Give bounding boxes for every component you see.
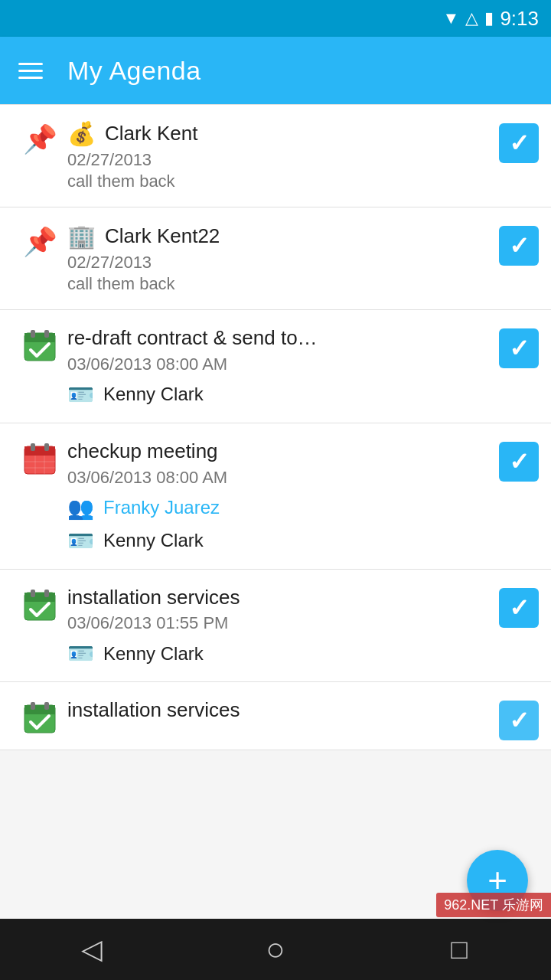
item-content: 💰 Clark Kent 02/27/2013 call them back <box>67 120 490 191</box>
svg-rect-18 <box>44 590 49 597</box>
item-contact-row: 🪪 Kenny Clark <box>67 382 478 407</box>
checkbox-button[interactable]: ✓ <box>499 442 539 482</box>
item-contact-row: 👥 Franky Juarez <box>67 495 478 521</box>
checkmark-icon: ✓ <box>509 131 530 155</box>
list-item[interactable]: 📌 🏢 Clark Kent22 02/27/2013 call them ba… <box>0 207 551 310</box>
item-title: re-draft contract & send to… <box>67 325 478 351</box>
item-title: Clark Kent22 <box>105 224 220 250</box>
contact-name: Kenny Clark <box>103 384 204 405</box>
task-icon <box>23 701 57 734</box>
checkmark-icon: ✓ <box>509 234 530 258</box>
item-title-row: 🏢 Clark Kent22 <box>67 223 478 250</box>
checkmark-icon: ✓ <box>509 708 530 733</box>
item-icon-area <box>12 585 67 622</box>
item-icon-area <box>12 439 67 475</box>
list-item[interactable]: 📌 💰 Clark Kent 02/27/2013 call them back… <box>0 105 551 207</box>
list-item[interactable]: installation services 03/06/2013 01:55 P… <box>0 570 551 683</box>
calendar-icon <box>23 442 57 475</box>
contact-name: Kenny Clark <box>103 643 204 665</box>
item-contact-row-2: 🪪 Kenny Clark <box>67 528 478 554</box>
item-title: checkup meeting <box>67 439 478 465</box>
app-bar: My Agenda <box>0 37 551 104</box>
item-content: re-draft contract & send to… 03/06/2013 … <box>67 325 490 407</box>
item-contact-row: 🪪 Kenny Clark <box>67 641 478 666</box>
checkbox-area: ✓ <box>490 439 539 482</box>
item-note: call them back <box>67 274 478 294</box>
list-item[interactable]: installation services ✓ <box>0 682 551 750</box>
svg-rect-17 <box>31 590 35 597</box>
item-date: 03/06/2013 08:00 AM <box>67 354 478 374</box>
status-time: 9:13 <box>500 7 539 31</box>
item-note: call them back <box>67 172 478 191</box>
svg-rect-22 <box>31 702 35 710</box>
contact-card-icon: 🪪 <box>67 382 94 407</box>
watermark: 962.NET 乐游网 <box>436 893 551 917</box>
recent-icon: □ <box>451 933 468 965</box>
checkbox-button[interactable]: ✓ <box>499 328 539 368</box>
checkbox-area: ✓ <box>490 697 539 740</box>
list-item[interactable]: checkup meeting 03/06/2013 08:00 AM 👥 Fr… <box>0 423 551 570</box>
svg-rect-21 <box>24 711 55 714</box>
agenda-list: 📌 💰 Clark Kent 02/27/2013 call them back… <box>0 105 551 750</box>
svg-rect-23 <box>44 702 49 710</box>
contact-name: Kenny Clark <box>103 530 204 551</box>
checkbox-button[interactable]: ✓ <box>499 701 539 740</box>
people-icon: 👥 <box>67 495 94 521</box>
money-bag-icon: 💰 <box>67 120 96 147</box>
item-date: 03/06/2013 01:55 PM <box>67 613 478 633</box>
nav-bar: ◁ ○ □ <box>0 919 551 980</box>
contact-card-icon: 🪪 <box>67 528 94 554</box>
item-title: installation services <box>67 585 478 611</box>
svg-rect-16 <box>24 599 55 602</box>
status-bar: ▼ △ ▮ 9:13 <box>0 0 551 37</box>
item-date: 02/27/2013 <box>67 150 478 170</box>
pin-icon: 📌 <box>23 226 57 258</box>
svg-rect-3 <box>31 330 35 338</box>
wifi-icon: ▼ <box>443 8 460 28</box>
building-icon: 🏢 <box>67 223 96 250</box>
item-icon-area: 📌 <box>12 120 67 155</box>
svg-rect-7 <box>24 452 55 456</box>
checkbox-area: ✓ <box>490 325 539 368</box>
contact-name-link[interactable]: Franky Juarez <box>103 497 220 518</box>
item-title: installation services <box>67 697 478 724</box>
back-icon: ◁ <box>81 933 103 965</box>
task-icon <box>23 328 57 362</box>
item-content: checkup meeting 03/06/2013 08:00 AM 👥 Fr… <box>67 439 490 554</box>
checkmark-icon: ✓ <box>509 449 530 474</box>
item-title: Clark Kent <box>105 121 197 147</box>
item-date: 02/27/2013 <box>67 253 478 273</box>
pin-icon: 📌 <box>23 123 57 155</box>
home-icon: ○ <box>266 931 285 968</box>
svg-rect-9 <box>44 443 49 451</box>
item-content: installation services <box>67 697 490 724</box>
item-content: installation services 03/06/2013 01:55 P… <box>67 585 490 667</box>
battery-icon: ▮ <box>484 8 494 28</box>
svg-rect-2 <box>24 339 55 342</box>
contact-card-icon: 🪪 <box>67 641 94 666</box>
item-icon-area: 📌 <box>12 223 67 258</box>
back-button[interactable]: ◁ <box>61 919 122 980</box>
checkbox-button[interactable]: ✓ <box>499 588 539 628</box>
home-button[interactable]: ○ <box>245 919 306 980</box>
checkmark-icon: ✓ <box>509 336 530 361</box>
task-icon <box>23 588 57 622</box>
item-icon-area <box>12 697 67 734</box>
checkbox-area: ✓ <box>490 585 539 628</box>
status-icons: ▼ △ ▮ 9:13 <box>443 7 539 31</box>
checkbox-button[interactable]: ✓ <box>499 226 539 266</box>
recent-button[interactable]: □ <box>429 919 490 980</box>
checkmark-icon: ✓ <box>509 596 530 620</box>
app-title: My Agenda <box>67 56 201 86</box>
checkbox-area: ✓ <box>490 120 539 163</box>
list-item[interactable]: re-draft contract & send to… 03/06/2013 … <box>0 310 551 423</box>
checkbox-button[interactable]: ✓ <box>499 123 539 163</box>
menu-button[interactable] <box>18 63 43 79</box>
item-icon-area <box>12 325 67 362</box>
checkbox-area: ✓ <box>490 223 539 266</box>
svg-rect-8 <box>31 443 35 451</box>
signal-icon: △ <box>465 8 478 28</box>
item-content: 🏢 Clark Kent22 02/27/2013 call them back <box>67 223 490 294</box>
item-title-row: 💰 Clark Kent <box>67 120 478 147</box>
item-date: 03/06/2013 08:00 AM <box>67 468 478 488</box>
